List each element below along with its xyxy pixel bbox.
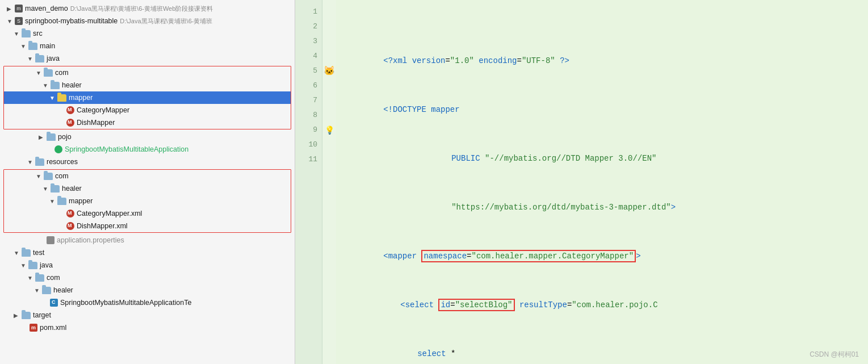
folder-icon-mapper2	[57, 198, 66, 205]
folder-icon-com2	[44, 173, 53, 180]
folder-icon-java	[35, 55, 44, 62]
arrow-maven-demo[interactable]: ▶	[7, 6, 15, 12]
folder-icon-healer	[51, 82, 60, 89]
tree-item-app-props[interactable]: application.properties	[0, 234, 295, 246]
arrow-com[interactable]: ▼	[36, 70, 44, 76]
category-mapper-label: CategoryMapper	[77, 106, 129, 114]
dish-mapper-xml-label: DishMapper.xml	[77, 222, 128, 230]
tree-item-mapper2[interactable]: ▼ mapper	[4, 195, 291, 207]
arrow-target[interactable]: ▶	[14, 312, 22, 319]
com-label: com	[55, 69, 69, 77]
gutter-row-10	[322, 137, 336, 152]
mapper2-label: mapper	[69, 197, 93, 205]
tree-item-com3[interactable]: ▼ com	[0, 271, 295, 284]
folder-icon-healer3	[42, 287, 51, 294]
tree-item-healer[interactable]: ▼ healer	[4, 79, 291, 91]
line-num-8: 8	[295, 108, 322, 123]
code-line-7: select *	[345, 332, 859, 346]
arrow-com3[interactable]: ▼	[27, 275, 35, 281]
tree-item-resources[interactable]: ▼ resources	[0, 156, 295, 168]
gutter-row-5: 🐱	[322, 64, 336, 78]
tree-item-dish-mapper[interactable]: DishMapper	[4, 116, 291, 129]
arrow-java[interactable]: ▼	[27, 56, 35, 62]
arrow-mapper2[interactable]: ▼	[49, 198, 57, 204]
code-lines[interactable]: <?xml version="1.0" encoding="UTF-8" ?> …	[336, 0, 868, 364]
tree-item-dish-mapper-xml[interactable]: DishMapper.xml	[4, 220, 291, 232]
tree-item-app-test[interactable]: SpringbootMybatisMultitableApplicationTe	[0, 296, 295, 309]
id-highlight: id="selectBlog"	[438, 299, 514, 311]
attr-resulttype: resultType	[519, 300, 567, 309]
tree-item-healer3[interactable]: ▼ healer	[0, 284, 295, 296]
file-tree[interactable]: ▶ m maven_demo D:\Java黑马课程\黄埔班\6-黄埔班Web阶…	[0, 0, 295, 364]
com3-label: com	[47, 274, 60, 282]
line-num-2: 2	[295, 19, 322, 34]
arrow-pojo[interactable]: ▶	[39, 134, 47, 140]
public-keyword: PUBLIC	[451, 154, 480, 163]
redbox-java-package: ▼ com ▼ healer ▼ mapper CategoryMapper	[3, 66, 291, 129]
gutter-row-8	[322, 108, 336, 123]
arrow-healer2[interactable]: ▼	[43, 186, 51, 192]
tree-item-springboot[interactable]: ▼ S springboot-mybatis-multitable D:\Jav…	[0, 15, 295, 27]
attr-id: id	[441, 300, 450, 309]
tree-item-pom[interactable]: m pom.xml	[0, 321, 295, 334]
mapper-label: mapper	[69, 94, 93, 102]
arrow-main[interactable]: ▼	[20, 43, 28, 49]
tree-item-src[interactable]: ▼ src	[0, 27, 295, 40]
tree-item-healer2[interactable]: ▼ healer	[4, 182, 291, 195]
tree-item-mapper[interactable]: ▼ mapper	[4, 91, 291, 104]
line-num-11: 11	[295, 152, 322, 167]
gutter-row-1	[322, 5, 336, 19]
line-num-5: 5	[295, 64, 322, 78]
arrow-resources[interactable]: ▼	[27, 159, 35, 165]
bracket-2: <!	[383, 105, 393, 114]
code-line-2: <!DOCTYPE mapper	[345, 87, 859, 102]
line-num-1: 1	[295, 5, 322, 19]
healer2-label: healer	[62, 185, 82, 193]
lightbulb-icon[interactable]: 💡	[325, 125, 334, 135]
arrow-mapper[interactable]: ▼	[49, 95, 57, 101]
tree-item-target[interactable]: ▶ target	[0, 309, 295, 321]
code-content: 1 2 3 4 5 6 7 8 9 10 11 🐱 💡	[295, 0, 868, 364]
code-line-1: <?xml version="1.0" encoding="UTF-8" ?>	[345, 39, 859, 53]
tree-item-com2[interactable]: ▼ com	[4, 170, 291, 182]
avatar-icon[interactable]: 🐱	[324, 65, 335, 77]
val-id: "selectBlog"	[455, 300, 513, 309]
namespace-highlight: namespace="com.healer.mapper.CategoryMap…	[421, 250, 636, 262]
springboot-path: D:\Java黑马课程\黄埔班\6-黄埔班	[120, 17, 212, 26]
sp-public	[480, 154, 485, 163]
tree-item-app[interactable]: SpringbootMybatisMultitableApplication	[0, 143, 295, 156]
bracket-5a: <	[383, 252, 388, 261]
arrow-src[interactable]: ▼	[14, 31, 22, 37]
tree-item-maven-demo[interactable]: ▶ m maven_demo D:\Java黑马课程\黄埔班\6-黄埔班Web阶…	[0, 2, 295, 15]
redbox-resources-package: ▼ com ▼ healer ▼ mapper CategoryMapper.x…	[3, 169, 291, 233]
bracket-4: >	[671, 203, 676, 212]
gutter-row-4	[322, 49, 336, 64]
arrow-test[interactable]: ▼	[14, 250, 22, 256]
tree-item-com[interactable]: ▼ com	[4, 66, 291, 79]
folder-icon-pojo	[47, 133, 56, 141]
tree-item-test[interactable]: ▼ test	[0, 246, 295, 259]
mybatis-icon-cat-xml	[66, 210, 74, 217]
tree-item-category-mapper-xml[interactable]: CategoryMapper.xml	[4, 207, 291, 220]
bracket-5b: >	[636, 252, 640, 261]
tree-item-pojo[interactable]: ▶ pojo	[0, 131, 295, 143]
arrow-com2[interactable]: ▼	[36, 173, 44, 179]
main-label: main	[40, 42, 55, 50]
gutter: 🐱 💡	[322, 0, 336, 364]
tree-item-java[interactable]: ▼ java	[0, 52, 295, 65]
tree-item-category-mapper[interactable]: CategoryMapper	[4, 104, 291, 116]
app-label: SpringbootMybatisMultitableApplication	[65, 145, 188, 153]
arrow-healer3[interactable]: ▼	[34, 287, 42, 294]
arrow-healer[interactable]: ▼	[43, 82, 51, 89]
java-label: java	[47, 55, 60, 62]
folder-icon-target	[22, 312, 31, 319]
healer3-label: healer	[53, 286, 73, 294]
arrow-springboot[interactable]: ▼	[7, 18, 15, 24]
attr-namespace: namespace	[423, 252, 467, 261]
tree-item-java2[interactable]: ▼ java	[0, 259, 295, 271]
app-test-label: SpringbootMybatisMultitableApplicationTe	[60, 299, 191, 307]
tree-item-main[interactable]: ▼ main	[0, 40, 295, 52]
arrow-java2[interactable]: ▼	[20, 262, 28, 269]
code-line-6: <select id="selectBlog" resultType="com.…	[345, 283, 859, 298]
bracket-1a: <	[383, 56, 388, 65]
